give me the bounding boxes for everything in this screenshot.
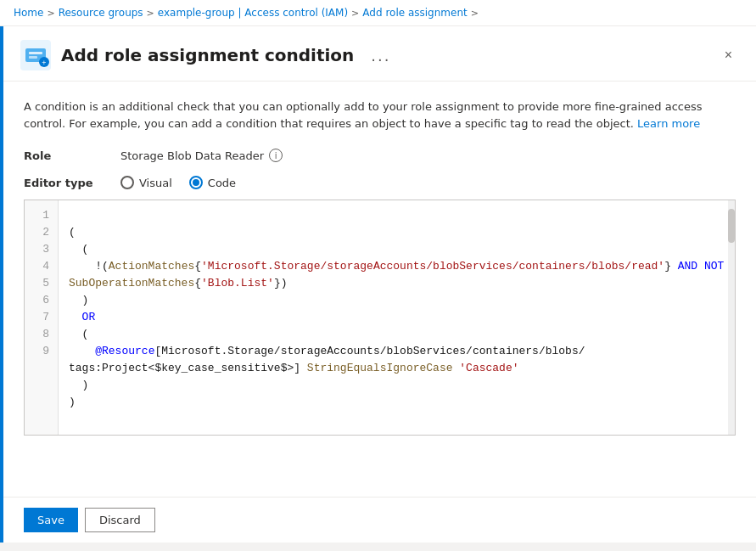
line-num-7: 7 xyxy=(25,309,58,326)
line-num-2: 2 xyxy=(25,224,58,241)
description-text: A condition is an additional check that … xyxy=(24,98,720,132)
line-num-1: 1 xyxy=(25,207,58,224)
discard-button[interactable]: Discard xyxy=(85,508,155,532)
code-editor-scroll[interactable]: 1 2 3 4 5 6 7 8 9 ( ( !(ActionMatches{ xyxy=(25,200,735,435)
editor-type-radio-group: Visual Code xyxy=(120,176,236,189)
panel-title: Add role assignment condition xyxy=(61,45,354,65)
scrollbar-thumb xyxy=(728,209,735,243)
breadcrumb: Home > Resource groups > example-group |… xyxy=(0,0,756,26)
breadcrumb-sep-3: > xyxy=(351,8,359,19)
line-numbers: 1 2 3 4 5 6 7 8 9 xyxy=(25,200,59,435)
role-value: Storage Blob Data Reader i xyxy=(120,149,283,162)
line-num-6: 6 xyxy=(25,292,58,309)
panel-header-left: + Add role assignment condition ... xyxy=(20,40,398,70)
svg-rect-3 xyxy=(29,56,37,59)
editor-type-row: Editor type Visual Code xyxy=(24,176,736,189)
breadcrumb-sep-2: > xyxy=(147,8,154,19)
line-num-5: 5 xyxy=(25,275,58,292)
breadcrumb-resource-groups[interactable]: Resource groups xyxy=(59,7,143,19)
panel-icon: + xyxy=(20,40,51,70)
code-line-1: ( ( !(ActionMatches{'Microsoft.Storage/s… xyxy=(69,226,724,408)
radio-code-label: Code xyxy=(208,177,236,189)
editor-type-label: Editor type xyxy=(24,177,100,189)
radio-code-circle xyxy=(189,176,203,189)
breadcrumb-home[interactable]: Home xyxy=(14,7,43,19)
save-button[interactable]: Save xyxy=(24,508,78,532)
role-label: Role xyxy=(24,149,100,162)
scrollbar-right[interactable] xyxy=(728,200,735,435)
role-info-icon[interactable]: i xyxy=(269,149,283,162)
breadcrumb-current: Add role assignment xyxy=(362,7,467,19)
line-num-4: 4 xyxy=(25,258,58,275)
svg-text:+: + xyxy=(42,59,46,67)
breadcrumb-sep-1: > xyxy=(47,8,54,19)
line-num-9: 9 xyxy=(25,343,58,360)
radio-visual[interactable]: Visual xyxy=(120,176,172,189)
line-num-3: 3 xyxy=(25,241,58,258)
panel-body: A condition is an additional check that … xyxy=(3,82,756,466)
radio-visual-circle xyxy=(120,176,134,189)
line-num-8: 8 xyxy=(25,326,58,343)
panel-menu-button[interactable]: ... xyxy=(364,43,397,68)
role-row: Role Storage Blob Data Reader i xyxy=(24,149,736,162)
learn-more-link[interactable]: Learn more xyxy=(637,117,700,130)
breadcrumb-sep-4: > xyxy=(471,8,479,19)
code-editor[interactable]: 1 2 3 4 5 6 7 8 9 ( ( !(ActionMatches{ xyxy=(24,200,736,436)
breadcrumb-example-group[interactable]: example-group | Access control (IAM) xyxy=(158,7,348,19)
footer-buttons: Save Discard xyxy=(3,497,756,543)
close-button[interactable]: × xyxy=(718,44,739,66)
radio-visual-label: Visual xyxy=(139,177,172,189)
panel-header: + Add role assignment condition ... × xyxy=(3,26,756,82)
svg-rect-2 xyxy=(29,52,42,54)
add-role-assignment-condition-panel: + Add role assignment condition ... × A … xyxy=(0,26,756,543)
radio-code[interactable]: Code xyxy=(189,176,236,189)
code-content[interactable]: ( ( !(ActionMatches{'Microsoft.Storage/s… xyxy=(59,200,735,435)
code-editor-inner: 1 2 3 4 5 6 7 8 9 ( ( !(ActionMatches{ xyxy=(25,200,735,435)
radio-code-inner xyxy=(193,179,199,186)
